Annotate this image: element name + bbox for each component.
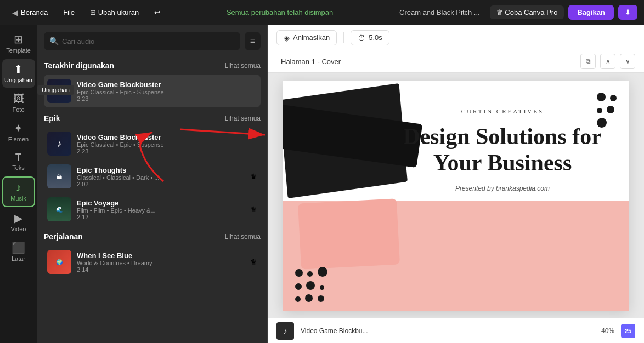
sidebar-item-latar[interactable]: ⬛ Latar <box>2 238 35 266</box>
page-header: Halaman 1 - Cover ⧉ ∧ ∨ <box>268 50 644 73</box>
track-tags: World & Countries • Dreamy <box>77 260 245 266</box>
sidebar-item-teks[interactable]: T Teks <box>2 148 35 175</box>
sidebar-item-video[interactable]: ▶ Video <box>2 208 35 237</box>
share-label: Bagikan <box>577 8 605 16</box>
navbar: ◀ Beranda File ⊞ Ubah ukuran ↩ Semua per… <box>0 0 644 25</box>
save-status: Semua perubahan telah disimpan <box>170 8 389 16</box>
unggahan-label: Unggahan <box>4 77 32 83</box>
copy-page-button[interactable]: ⧉ <box>580 54 596 69</box>
track-item[interactable]: 🏔 Epic Thoughts Classical • Classical • … <box>44 160 261 193</box>
duration-label: 5.0s <box>369 33 382 42</box>
up-icon: ∧ <box>606 58 611 65</box>
page-down-button[interactable]: ∨ <box>620 54 635 69</box>
slide-subtext: Presented by brankaspedia.com <box>398 185 607 192</box>
zoom-level: 40% <box>601 327 614 335</box>
track-info: Video Game Blockbuster Epic Classical • … <box>77 133 257 155</box>
slide-pink-brush <box>298 198 400 269</box>
track-name: Epic Voyage <box>77 199 245 207</box>
canvas-slide[interactable]: CURTIN CREATIVES Design Solutions for Yo… <box>283 81 629 311</box>
pro-button[interactable]: ♛ Coba Canva Pro <box>490 5 564 19</box>
track-item[interactable]: 🌍 When I See Blue World & Countries • Dr… <box>44 245 261 278</box>
sidebar-item-foto[interactable]: 🖼 Foto <box>2 89 35 117</box>
download-icon: ⬇ <box>625 8 631 16</box>
page-up-button[interactable]: ∧ <box>600 54 615 69</box>
track-meta: ♛ <box>250 205 257 214</box>
foto-label: Foto <box>12 106 24 113</box>
down-icon: ∨ <box>625 58 630 65</box>
clock-icon: ⏱ <box>358 33 365 42</box>
track-name: Video Game Blockbuster <box>77 81 257 89</box>
track-item[interactable]: 🌊 Epic Voyage Film • Film • Epic • Heavy… <box>44 193 261 226</box>
track-item[interactable]: ♪ Video Game Blockbuster Epic Classical … <box>44 75 261 107</box>
search-input-wrap: 🔍 <box>44 32 240 50</box>
share-button[interactable]: Bagikan <box>568 5 614 20</box>
track-meta: ♛ <box>250 258 257 266</box>
search-icon: 🔍 <box>49 37 59 45</box>
filter-icon: ≡ <box>250 36 255 45</box>
musik-label: Musik <box>10 195 26 202</box>
track-thumbnail: 🏔 <box>47 164 71 188</box>
sidebar-item-unggahan[interactable]: ⬆ Unggahan <box>2 59 35 88</box>
slide-company: CURTIN CREATIVES <box>398 108 607 115</box>
perjalanan-see-all[interactable]: Lihat semua <box>225 233 261 241</box>
track-name: Video Game Blockbuster <box>77 133 257 141</box>
search-input[interactable] <box>62 33 235 50</box>
foto-icon: 🖼 <box>13 93 24 104</box>
document-title: Cream and Black Pitch ... <box>394 5 485 19</box>
track-thumbnail: 🌍 <box>47 250 71 274</box>
track-info: Video Game Blockbuster Epic Classical • … <box>77 81 257 102</box>
file-button[interactable]: File <box>58 5 80 19</box>
toolbar-divider <box>343 32 344 43</box>
page-label: Halaman 1 - Cover <box>276 58 576 66</box>
slide-text-area: CURTIN CREATIVES Design Solutions for Yo… <box>398 108 607 193</box>
beranda-button[interactable]: ◀ Beranda <box>7 5 53 20</box>
unggahan-tooltip: Unggahan <box>37 85 74 95</box>
animate-icon: ◈ <box>284 33 290 42</box>
track-tags: Epic Classical • Epic • Suspense <box>77 89 257 95</box>
sidebar-item-musik[interactable]: ♪ Musik <box>2 176 35 207</box>
track-thumbnail: 🌊 <box>47 197 71 221</box>
slide-dots-bottom <box>294 266 329 305</box>
track-duration: 2:23 <box>77 148 257 155</box>
track-name: When I See Blue <box>77 251 245 260</box>
track-thumbnail: ♪ <box>47 132 71 156</box>
download-button[interactable]: ⬇ <box>618 5 637 20</box>
crown-icon: ♛ <box>250 205 257 214</box>
epic-see-all[interactable]: Lihat semua <box>225 115 261 122</box>
teks-label: Teks <box>12 164 25 171</box>
slide-headline: Design Solutions for Your Business <box>398 123 607 176</box>
elemen-icon: ✦ <box>14 123 23 134</box>
template-icon: ⊞ <box>14 34 23 45</box>
resize-button[interactable]: ⊞ Ubah ukuran <box>84 5 144 19</box>
latar-label: Latar <box>12 255 25 262</box>
search-bar: 🔍 ≡ <box>37 25 267 55</box>
resize-label: ⊞ Ubah ukuran <box>90 8 139 16</box>
undo-button[interactable]: ↩ <box>149 5 166 19</box>
track-tags: Film • Film • Epic • Heavy &... <box>77 207 245 214</box>
track-item[interactable]: ♪ Video Game Blockbuster Epic Classical … <box>44 127 261 160</box>
page-number: 25 <box>621 324 635 338</box>
pro-label: ♛ Coba Canva Pro <box>496 8 558 16</box>
recently-used-see-all[interactable]: Lihat semua <box>225 62 261 70</box>
canvas-viewport: CURTIN CREATIVES Design Solutions for Yo… <box>268 73 644 318</box>
track-name: Epic Thoughts <box>77 166 245 174</box>
bottom-player: ♪ Video Game Blockbu... 40% 25 <box>268 318 644 343</box>
upload-icon: ⬆ <box>14 64 23 75</box>
canvas-toolbar: ◈ Animasikan ⏱ 5.0s <box>268 25 644 50</box>
animate-label: Animasikan <box>293 33 330 42</box>
file-label: File <box>63 8 75 16</box>
video-icon: ▶ <box>14 213 22 224</box>
animate-button[interactable]: ◈ Animasikan <box>276 30 337 45</box>
sidebar-item-template[interactable]: ⊞ Template <box>2 30 35 58</box>
crown-icon: ♛ <box>250 172 257 181</box>
sidebar-item-elemen[interactable]: ✦ Elemen <box>2 118 35 147</box>
main-area: ⊞ Template ⬆ Unggahan 🖼 Foto ✦ Elemen T … <box>0 25 644 343</box>
filter-button[interactable]: ≡ <box>245 32 261 50</box>
duration-button[interactable]: ⏱ 5.0s <box>351 30 389 45</box>
epic-header: Epik Lihat semua <box>44 107 261 127</box>
latar-icon: ⬛ <box>12 242 25 253</box>
template-label: Template <box>6 47 31 54</box>
video-label: Video <box>11 226 26 232</box>
track-tags: Epic Classical • Epic • Suspense <box>77 141 257 148</box>
track-meta: ♛ <box>250 172 257 181</box>
